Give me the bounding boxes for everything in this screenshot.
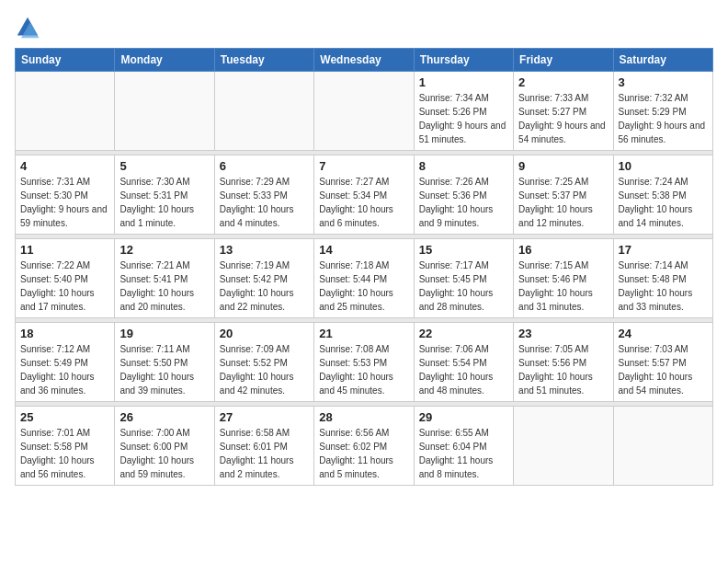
day-info: Sunrise: 7:06 AM Sunset: 5:54 PM Dayligh… [419, 342, 508, 397]
calendar-cell: 19 Sunrise: 7:11 AM Sunset: 5:50 PM Dayl… [115, 323, 214, 402]
day-info: Sunrise: 7:22 AM Sunset: 5:40 PM Dayligh… [20, 259, 109, 314]
day-info: Sunrise: 7:00 AM Sunset: 6:00 PM Dayligh… [119, 426, 209, 481]
day-info: Sunrise: 7:30 AM Sunset: 5:31 PM Dayligh… [119, 175, 209, 230]
calendar-cell: 2 Sunrise: 7:33 AM Sunset: 5:27 PM Dayli… [514, 72, 613, 151]
calendar-cell: 22 Sunrise: 7:06 AM Sunset: 5:54 PM Dayl… [414, 323, 513, 402]
col-header-friday: Friday [514, 49, 613, 72]
calendar-cell: 1 Sunrise: 7:34 AM Sunset: 5:26 PM Dayli… [414, 72, 513, 151]
col-header-tuesday: Tuesday [214, 49, 313, 72]
day-info: Sunrise: 7:25 AM Sunset: 5:37 PM Dayligh… [518, 175, 608, 230]
day-info: Sunrise: 6:58 AM Sunset: 6:01 PM Dayligh… [220, 426, 309, 481]
col-header-saturday: Saturday [613, 49, 712, 72]
calendar-cell [514, 407, 613, 486]
day-number: 7 [319, 159, 408, 173]
day-info: Sunrise: 7:08 AM Sunset: 5:53 PM Dayligh… [319, 342, 408, 397]
day-info: Sunrise: 7:33 AM Sunset: 5:27 PM Dayligh… [518, 91, 608, 146]
day-info: Sunrise: 7:15 AM Sunset: 5:46 PM Dayligh… [518, 259, 608, 314]
day-number: 17 [619, 243, 708, 257]
calendar-cell [613, 407, 712, 486]
calendar-cell: 8 Sunrise: 7:26 AM Sunset: 5:36 PM Dayli… [414, 155, 513, 235]
calendar-week-row: 4 Sunrise: 7:31 AM Sunset: 5:30 PM Dayli… [16, 155, 713, 235]
day-info: Sunrise: 7:32 AM Sunset: 5:29 PM Dayligh… [619, 91, 708, 146]
calendar-cell: 5 Sunrise: 7:30 AM Sunset: 5:31 PM Dayli… [115, 155, 214, 235]
calendar-cell: 13 Sunrise: 7:19 AM Sunset: 5:42 PM Dayl… [214, 239, 313, 318]
day-info: Sunrise: 7:05 AM Sunset: 5:56 PM Dayligh… [518, 342, 608, 397]
calendar-cell: 25 Sunrise: 7:01 AM Sunset: 5:58 PM Dayl… [16, 407, 115, 486]
day-number: 9 [518, 159, 608, 173]
logo-icon [15, 15, 40, 40]
day-info: Sunrise: 7:12 AM Sunset: 5:49 PM Dayligh… [20, 342, 109, 397]
day-info: Sunrise: 7:19 AM Sunset: 5:42 PM Dayligh… [220, 259, 309, 314]
day-number: 6 [220, 159, 309, 173]
calendar-week-row: 11 Sunrise: 7:22 AM Sunset: 5:40 PM Dayl… [16, 239, 713, 318]
col-header-monday: Monday [115, 49, 214, 72]
calendar-cell: 26 Sunrise: 7:00 AM Sunset: 6:00 PM Dayl… [115, 407, 214, 486]
day-number: 25 [20, 410, 109, 424]
calendar-cell [115, 72, 214, 151]
day-info: Sunrise: 7:03 AM Sunset: 5:57 PM Dayligh… [619, 342, 708, 397]
day-number: 2 [518, 75, 608, 89]
day-number: 14 [319, 243, 408, 257]
calendar-cell: 16 Sunrise: 7:15 AM Sunset: 5:46 PM Dayl… [514, 239, 613, 318]
day-number: 4 [20, 159, 109, 173]
day-number: 5 [119, 159, 209, 173]
col-header-sunday: Sunday [16, 49, 115, 72]
calendar-cell: 6 Sunrise: 7:29 AM Sunset: 5:33 PM Dayli… [214, 155, 313, 235]
day-number: 11 [20, 243, 109, 257]
day-info: Sunrise: 7:24 AM Sunset: 5:38 PM Dayligh… [619, 175, 708, 230]
day-info: Sunrise: 7:01 AM Sunset: 5:58 PM Dayligh… [20, 426, 109, 481]
calendar-header-row: SundayMondayTuesdayWednesdayThursdayFrid… [16, 49, 713, 72]
day-number: 27 [220, 410, 309, 424]
calendar-cell [314, 72, 414, 151]
calendar-cell [16, 72, 115, 151]
logo [15, 15, 44, 40]
calendar-cell: 24 Sunrise: 7:03 AM Sunset: 5:57 PM Dayl… [613, 323, 712, 402]
day-info: Sunrise: 7:34 AM Sunset: 5:26 PM Dayligh… [419, 91, 508, 146]
day-number: 26 [119, 410, 209, 424]
day-number: 16 [518, 243, 608, 257]
day-info: Sunrise: 7:17 AM Sunset: 5:45 PM Dayligh… [419, 259, 508, 314]
col-header-thursday: Thursday [414, 49, 513, 72]
day-info: Sunrise: 7:11 AM Sunset: 5:50 PM Dayligh… [119, 342, 209, 397]
day-info: Sunrise: 7:31 AM Sunset: 5:30 PM Dayligh… [20, 175, 109, 230]
day-info: Sunrise: 6:56 AM Sunset: 6:02 PM Dayligh… [319, 426, 408, 481]
day-info: Sunrise: 7:09 AM Sunset: 5:52 PM Dayligh… [220, 342, 309, 397]
calendar-cell: 29 Sunrise: 6:55 AM Sunset: 6:04 PM Dayl… [414, 407, 513, 486]
calendar-cell: 12 Sunrise: 7:21 AM Sunset: 5:41 PM Dayl… [115, 239, 214, 318]
calendar-cell: 27 Sunrise: 6:58 AM Sunset: 6:01 PM Dayl… [214, 407, 313, 486]
calendar-cell [214, 72, 313, 151]
calendar-cell: 23 Sunrise: 7:05 AM Sunset: 5:56 PM Dayl… [514, 323, 613, 402]
day-number: 19 [119, 327, 209, 340]
day-info: Sunrise: 6:55 AM Sunset: 6:04 PM Dayligh… [419, 426, 508, 481]
calendar-cell: 21 Sunrise: 7:08 AM Sunset: 5:53 PM Dayl… [314, 323, 414, 402]
calendar-cell: 4 Sunrise: 7:31 AM Sunset: 5:30 PM Dayli… [16, 155, 115, 235]
day-number: 1 [419, 75, 508, 89]
day-info: Sunrise: 7:14 AM Sunset: 5:48 PM Dayligh… [619, 259, 708, 314]
day-number: 20 [220, 327, 309, 340]
day-info: Sunrise: 7:26 AM Sunset: 5:36 PM Dayligh… [419, 175, 508, 230]
calendar-cell: 9 Sunrise: 7:25 AM Sunset: 5:37 PM Dayli… [514, 155, 613, 235]
day-number: 13 [220, 243, 309, 257]
day-info: Sunrise: 7:21 AM Sunset: 5:41 PM Dayligh… [119, 259, 209, 314]
calendar-cell: 15 Sunrise: 7:17 AM Sunset: 5:45 PM Dayl… [414, 239, 513, 318]
calendar-cell: 11 Sunrise: 7:22 AM Sunset: 5:40 PM Dayl… [16, 239, 115, 318]
day-info: Sunrise: 7:27 AM Sunset: 5:34 PM Dayligh… [319, 175, 408, 230]
day-number: 21 [319, 327, 408, 340]
calendar-cell: 7 Sunrise: 7:27 AM Sunset: 5:34 PM Dayli… [314, 155, 414, 235]
day-number: 3 [619, 75, 708, 89]
day-number: 15 [419, 243, 508, 257]
day-number: 22 [419, 327, 508, 340]
day-info: Sunrise: 7:18 AM Sunset: 5:44 PM Dayligh… [319, 259, 408, 314]
day-number: 28 [319, 410, 408, 424]
day-number: 8 [419, 159, 508, 173]
calendar-cell: 3 Sunrise: 7:32 AM Sunset: 5:29 PM Dayli… [613, 72, 712, 151]
day-number: 23 [518, 327, 608, 340]
day-number: 24 [619, 327, 708, 340]
page-header [15, 15, 713, 40]
calendar-table: SundayMondayTuesdayWednesdayThursdayFrid… [15, 48, 713, 486]
calendar-cell: 17 Sunrise: 7:14 AM Sunset: 5:48 PM Dayl… [613, 239, 712, 318]
day-number: 29 [419, 410, 508, 424]
day-number: 18 [20, 327, 109, 340]
calendar-cell: 14 Sunrise: 7:18 AM Sunset: 5:44 PM Dayl… [314, 239, 414, 318]
calendar-week-row: 18 Sunrise: 7:12 AM Sunset: 5:49 PM Dayl… [16, 323, 713, 402]
